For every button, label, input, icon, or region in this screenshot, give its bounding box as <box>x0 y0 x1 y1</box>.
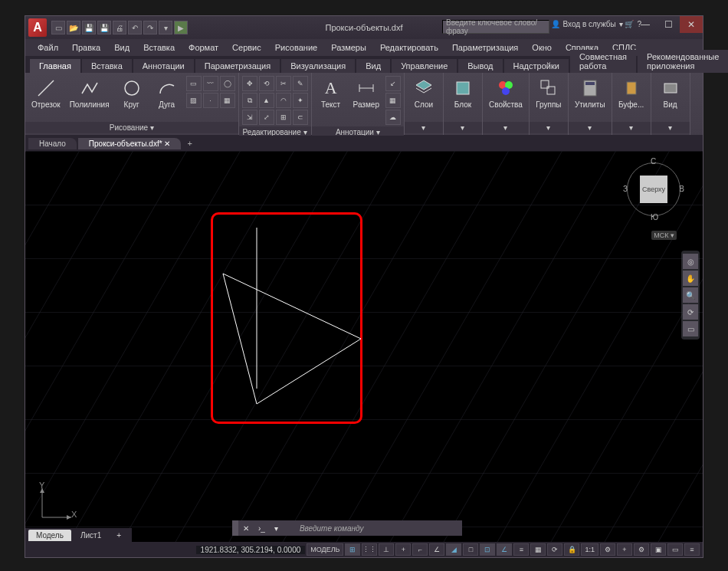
filetab-current[interactable]: Прокси-объекты.dxf* ✕ <box>78 138 182 149</box>
qat-plot-icon[interactable]: 🖨 <box>113 21 126 34</box>
status-isoplane-icon[interactable]: ◢ <box>446 543 461 556</box>
tab-parametric[interactable]: Параметризация <box>195 59 280 73</box>
cart-icon[interactable]: ▾ 🛒 <box>619 20 635 28</box>
nav-wheel-icon[interactable]: ◎ <box>683 254 698 269</box>
qat-undo-icon[interactable]: ↶ <box>128 21 142 34</box>
menu-insert[interactable]: Вставка <box>137 41 181 54</box>
cmdline-recent-icon[interactable]: ▾ <box>270 524 283 533</box>
tab-visualize[interactable]: Визуализация <box>281 59 355 73</box>
utilities-button[interactable]: Утилиты <box>572 76 608 110</box>
menu-window[interactable]: Окно <box>526 41 558 54</box>
status-ortho-icon[interactable]: ⌐ <box>412 543 428 556</box>
move-icon[interactable]: ✥ <box>242 76 257 91</box>
panel-layers-arrow[interactable]: ▾ <box>405 122 443 133</box>
arc-button[interactable]: Дуга <box>151 76 183 110</box>
fillet-icon[interactable]: ◠ <box>276 93 291 108</box>
menu-tools[interactable]: Сервис <box>226 41 267 54</box>
status-annomonitor-icon[interactable]: + <box>617 543 632 556</box>
qat-save-icon[interactable]: 💾 <box>82 21 96 34</box>
cmdline-handle-icon[interactable] <box>232 520 238 536</box>
status-cycling-icon[interactable]: ⟳ <box>547 543 562 556</box>
trim-icon[interactable]: ✂ <box>276 76 291 91</box>
panel-draw-title[interactable]: Рисование ▾ <box>25 122 238 133</box>
tab-manage[interactable]: Управление <box>392 59 457 73</box>
hatch-icon[interactable]: ▧ <box>186 93 202 108</box>
qat-redo-icon[interactable]: ↷ <box>143 21 157 34</box>
panel-block-arrow[interactable]: ▾ <box>444 122 482 133</box>
spline-icon[interactable]: 〰 <box>203 76 218 91</box>
cmdline-close-icon[interactable]: ✕ <box>238 524 254 533</box>
status-isolate-icon[interactable]: ▣ <box>651 543 666 556</box>
menu-parametric[interactable]: Параметризация <box>446 41 524 54</box>
polyline-button[interactable]: Полилиния <box>67 76 113 110</box>
status-osnap-icon[interactable]: □ <box>463 543 478 556</box>
tab-collab[interactable]: Совместная работа <box>570 50 636 73</box>
properties-button[interactable]: Свойства <box>486 76 526 110</box>
layers-button[interactable]: Слои <box>408 76 440 110</box>
nav-pan-icon[interactable]: ✋ <box>683 271 698 286</box>
status-otrack-icon[interactable]: ∠ <box>497 543 512 556</box>
nav-showmotion-icon[interactable]: ▭ <box>683 321 698 336</box>
close-button[interactable]: ✕ <box>680 16 703 33</box>
viewcube-east[interactable]: В <box>679 185 684 193</box>
text-button[interactable]: AТекст <box>315 76 347 110</box>
status-annoscale-icon[interactable]: 🔒 <box>564 543 579 556</box>
rotate-icon[interactable]: ⟲ <box>259 76 274 91</box>
layout-add-tab[interactable]: + <box>109 530 129 541</box>
tab-output[interactable]: Вывод <box>458 59 502 73</box>
panel-groups-arrow[interactable]: ▾ <box>530 122 568 133</box>
clipboard-button[interactable]: Буфе... <box>615 76 648 110</box>
menu-format[interactable]: Формат <box>182 41 225 54</box>
panel-clip-arrow[interactable]: ▾ <box>612 122 651 133</box>
status-lwt-icon[interactable]: ≡ <box>513 543 529 556</box>
nav-zoom-icon[interactable]: 🔍 <box>683 287 698 303</box>
status-3dosnap-icon[interactable]: ⊡ <box>480 543 495 556</box>
layout-model-tab[interactable]: Модель <box>28 530 71 541</box>
qat-new-icon[interactable]: ▭ <box>51 21 65 34</box>
status-modelspace-button[interactable]: МОДЕЛЬ <box>307 543 343 556</box>
explode-icon[interactable]: ✦ <box>293 93 308 108</box>
viewcube-wcs[interactable]: МСК ▾ <box>651 231 677 240</box>
status-infer-icon[interactable]: ⊥ <box>379 543 394 556</box>
status-gear-icon[interactable]: ⚙ <box>600 543 615 556</box>
menu-draw[interactable]: Рисование <box>269 41 323 54</box>
viewcube-south[interactable]: Ю <box>651 213 658 222</box>
status-coordinates[interactable]: 1921.8332, 305.2194, 0.0000 <box>196 546 306 554</box>
panel-utils-arrow[interactable]: ▾ <box>569 122 612 133</box>
qat-more-icon[interactable]: ▾ <box>159 21 172 34</box>
layout-sheet1-tab[interactable]: Лист1 <box>73 530 109 541</box>
menu-edit[interactable]: Правка <box>66 41 107 54</box>
search-input[interactable]: Введите ключевое слово/фразу <box>442 20 549 34</box>
stretch-icon[interactable]: ⇲ <box>242 110 257 125</box>
panel-view-arrow[interactable]: ▾ <box>651 122 690 133</box>
qat-open-icon[interactable]: 📂 <box>67 21 80 34</box>
status-grid-icon[interactable]: ⊞ <box>345 543 360 556</box>
groups-button[interactable]: Группы <box>533 76 565 110</box>
app-logo[interactable]: A <box>28 18 47 37</box>
panel-props-arrow[interactable]: ▾ <box>483 122 529 133</box>
signin-icon[interactable]: 👤 <box>551 20 560 28</box>
tab-addins[interactable]: Надстройки <box>504 59 569 73</box>
command-line[interactable]: ✕ ›_ ▾ Введите команду <box>232 520 462 536</box>
qat-saveas-icon[interactable]: 💾 <box>97 21 111 34</box>
copy-icon[interactable]: ⧉ <box>242 93 257 108</box>
table-icon[interactable]: ▦ <box>385 93 401 108</box>
ucs-icon[interactable]: Y X <box>38 484 76 523</box>
tab-insert[interactable]: Вставка <box>82 59 132 73</box>
ellipse-icon[interactable]: ◯ <box>220 76 235 91</box>
menu-modify[interactable]: Редактировать <box>374 41 444 54</box>
filetab-add-button[interactable]: + <box>182 137 196 149</box>
rect-icon[interactable]: ▭ <box>186 76 202 91</box>
tab-view[interactable]: Вид <box>356 59 390 73</box>
dimension-button[interactable]: Размер <box>350 76 382 110</box>
tab-express[interactable]: Рекомендованные приложения <box>638 50 728 73</box>
status-custom-icon[interactable]: ≡ <box>684 543 700 556</box>
tab-annotate[interactable]: Аннотации <box>133 59 194 73</box>
circle-button[interactable]: Круг <box>116 76 148 110</box>
array-icon[interactable]: ⊞ <box>276 110 291 125</box>
offset-icon[interactable]: ⊂ <box>293 110 308 125</box>
status-scale[interactable]: 1:1 <box>581 543 598 556</box>
menu-file[interactable]: Файл <box>31 41 64 54</box>
erase-icon[interactable]: ✎ <box>293 76 308 91</box>
menu-dimension[interactable]: Размеры <box>325 41 372 54</box>
